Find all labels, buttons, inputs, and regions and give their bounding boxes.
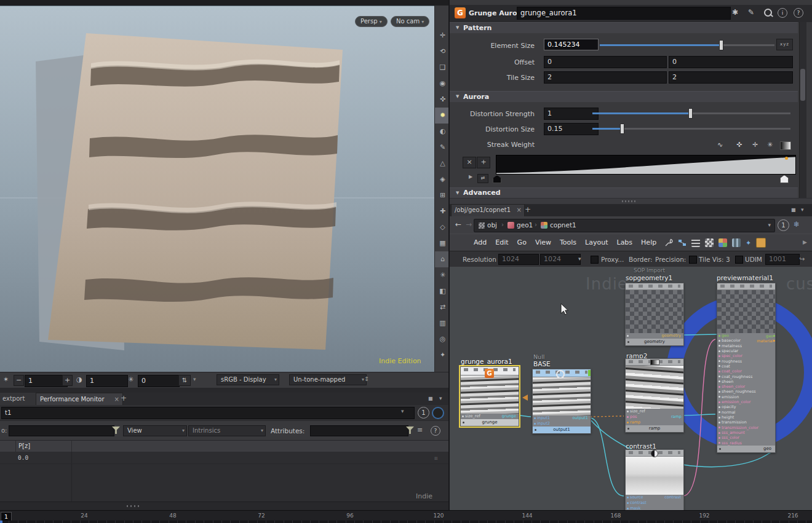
link-badge[interactable]: 1 — [778, 219, 789, 231]
exposure-field[interactable]: 1 — [25, 375, 68, 387]
columns-icon[interactable] — [732, 238, 741, 247]
input-dot[interactable] — [718, 417, 720, 419]
output-label-geo[interactable]: geo — [766, 334, 773, 339]
ramp-curve-icon[interactable]: ∿ — [717, 141, 723, 149]
node-contrast1[interactable]: source contrast contrast mask — [625, 449, 684, 510]
timeline[interactable]: 1 24487296120144168192216 — [0, 510, 812, 523]
node-sopgeometry1[interactable]: geometry geometry — [625, 283, 684, 346]
output-dot[interactable] — [773, 340, 775, 342]
scrollbar-thumb[interactable] — [800, 69, 805, 101]
tab-textport[interactable]: extport — [0, 393, 38, 405]
param-scrollbar[interactable] — [799, 22, 806, 198]
slider-handle[interactable] — [719, 40, 723, 50]
breadcrumb[interactable]: obj › geo1 › copnet1 ▾ — [474, 219, 775, 232]
input-dot[interactable] — [718, 386, 720, 388]
node-header[interactable] — [626, 450, 683, 457]
input-dot[interactable] — [718, 401, 720, 403]
node-base[interactable]: input1 output1 input2 output1 — [532, 369, 591, 434]
node-ramp2[interactable]: size_ref pos ramp ramp ramp — [625, 358, 684, 433]
column-header-pz[interactable]: P[z] — [18, 442, 30, 449]
horizontal-scrollbar[interactable] — [0, 501, 450, 511]
close-icon[interactable]: × — [517, 205, 522, 216]
breadcrumb-obj[interactable]: obj — [487, 221, 497, 229]
node-footer[interactable]: geo — [717, 446, 775, 452]
distortion-size-field[interactable]: 0.15 — [544, 123, 599, 135]
input-dot[interactable] — [718, 391, 720, 393]
slider-handle[interactable] — [620, 124, 624, 134]
input-dot[interactable] — [718, 360, 720, 362]
scene-viewport[interactable]: Persp ▾ No cam ▾ Indie Edition — [0, 6, 434, 372]
streak-weight-ramp-editor[interactable] — [496, 155, 796, 175]
section-pattern[interactable]: ▼ Pattern — [450, 22, 798, 33]
distortion-strength-field[interactable]: 1 — [544, 108, 599, 120]
playhead[interactable] — [0, 521, 2, 523]
input-dot[interactable] — [718, 422, 720, 423]
add-tab-button[interactable]: + — [525, 205, 531, 214]
collapse-icon[interactable]: ▼ — [456, 23, 459, 33]
input-dot[interactable] — [718, 376, 720, 377]
breadcrumb-geo1[interactable]: geo1 — [517, 221, 533, 229]
ramp-play-icon[interactable]: ▶ — [469, 174, 472, 179]
input-dot[interactable] — [534, 417, 536, 419]
frame-label[interactable]: 48 — [129, 513, 217, 519]
menu-item[interactable]: Tools — [560, 238, 576, 246]
menu-item[interactable]: View — [535, 238, 551, 246]
brush-icon[interactable]: ✎ — [748, 8, 754, 17]
move-points-icon[interactable]: ✜ — [736, 141, 742, 149]
search-icon[interactable] — [764, 9, 772, 17]
cell-value[interactable]: 0.0 — [18, 454, 28, 461]
intrinsics-select[interactable]: Intrinsics — [188, 425, 266, 436]
forward-icon[interactable]: → — [466, 220, 472, 229]
node-footer[interactable]: grunge — [461, 419, 519, 426]
gear-icon[interactable]: ✱ — [732, 8, 738, 17]
color-palette-icon[interactable] — [718, 238, 727, 247]
offset-x-field[interactable]: 0 — [544, 56, 667, 68]
input-dot[interactable] — [718, 371, 720, 372]
proxy-checkbox[interactable] — [591, 256, 599, 264]
menu-item[interactable]: Labs — [617, 238, 633, 246]
input-dot[interactable] — [718, 335, 720, 337]
node-grunge-aurora1[interactable]: G size_ref grunge grunge — [460, 366, 519, 427]
tab-performance-monitor[interactable]: Performance Monitor × — [36, 393, 123, 406]
node-graph-icon[interactable] — [678, 238, 687, 247]
node-path-combo[interactable]: t1 — [1, 407, 415, 419]
template-flag-icon[interactable] — [588, 370, 591, 376]
input-dot[interactable] — [718, 365, 720, 367]
caret-down-icon[interactable]: ▾ — [578, 256, 581, 262]
add-point-icon[interactable]: ✛ — [752, 141, 758, 149]
caret-down-icon[interactable]: ▾ — [401, 408, 404, 414]
splitter-grip-icon[interactable] — [622, 200, 637, 202]
remove-point-button[interactable]: × — [463, 157, 476, 168]
spinner-icon[interactable]: ⇕ — [364, 376, 369, 382]
gamma-icon[interactable]: ✶ — [3, 376, 9, 383]
tilevis-checkbox[interactable] — [689, 256, 697, 264]
menu-item[interactable]: Help — [641, 238, 656, 246]
camera-select-button[interactable]: No cam ▾ — [391, 16, 429, 27]
input-dot[interactable] — [627, 508, 629, 509]
add-point-button[interactable]: + — [477, 157, 490, 168]
node-header[interactable] — [626, 359, 683, 366]
grid-view-icon[interactable] — [705, 238, 714, 247]
pin-icon[interactable] — [432, 407, 444, 419]
udim-checkbox[interactable] — [735, 256, 743, 264]
collapse-icon[interactable]: ▼ — [456, 188, 459, 198]
node-header[interactable] — [717, 283, 775, 290]
scroll-grip-icon[interactable] — [127, 505, 140, 507]
input-dot[interactable] — [627, 497, 629, 498]
tile-x-field[interactable]: 2 — [544, 71, 667, 84]
section-aurora[interactable]: ▼ Aurora — [450, 91, 798, 102]
table-icon[interactable]: ⌗ — [434, 455, 438, 462]
input-dot[interactable] — [627, 416, 629, 418]
input-dot[interactable] — [627, 411, 629, 412]
exposure-plus-button[interactable]: + — [62, 375, 73, 386]
section-advanced[interactable]: ▼ Advanced — [450, 187, 798, 198]
vector-toggle-button[interactable]: xyz — [776, 39, 793, 50]
input-dot[interactable] — [627, 502, 629, 504]
input-dot[interactable] — [627, 335, 629, 337]
output-label[interactable]: ramp — [671, 414, 682, 419]
input-dot[interactable] — [718, 355, 720, 357]
hook-icon[interactable]: ↪ — [799, 255, 805, 263]
node-header[interactable] — [533, 369, 591, 377]
input-dot[interactable] — [534, 423, 536, 425]
tab-copnet[interactable]: /obj/geo1/copnet1 × — [451, 204, 525, 216]
